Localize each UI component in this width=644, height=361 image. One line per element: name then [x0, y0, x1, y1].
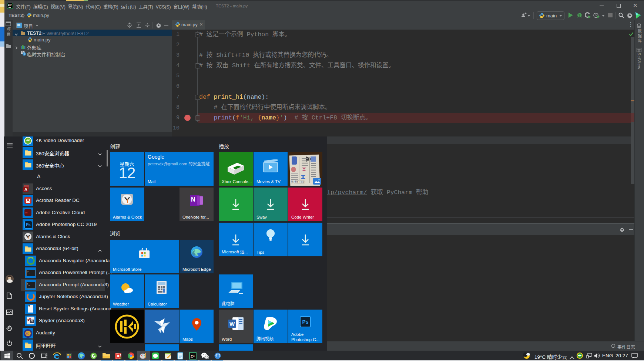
svg-text:PC: PC — [191, 354, 195, 357]
svg-text:W: W — [229, 320, 235, 327]
